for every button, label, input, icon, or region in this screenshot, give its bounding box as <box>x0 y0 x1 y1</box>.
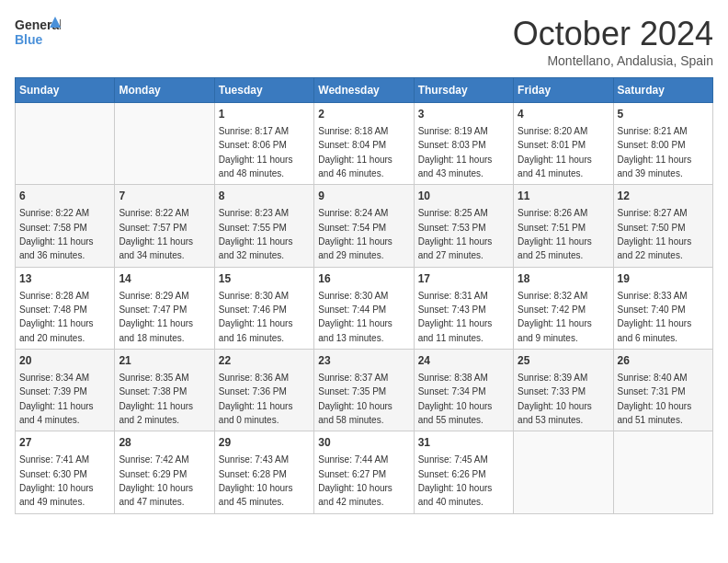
calendar-cell <box>115 103 214 185</box>
day-number: 13 <box>19 271 110 287</box>
day-info: Sunrise: 8:22 AMSunset: 7:58 PMDaylight:… <box>19 208 94 260</box>
calendar-cell: 30Sunrise: 7:44 AMSunset: 6:27 PMDayligh… <box>314 431 414 513</box>
day-number: 21 <box>119 353 210 369</box>
calendar-cell: 24Sunrise: 8:38 AMSunset: 7:34 PMDayligh… <box>414 350 513 431</box>
day-number: 7 <box>119 189 210 204</box>
day-info: Sunrise: 8:19 AMSunset: 8:03 PMDaylight:… <box>418 126 493 178</box>
calendar-cell: 9Sunrise: 8:24 AMSunset: 7:54 PMDaylight… <box>314 185 414 267</box>
calendar-cell <box>16 103 115 185</box>
day-info: Sunrise: 8:32 AMSunset: 7:42 PMDaylight:… <box>518 291 592 343</box>
day-number: 31 <box>418 435 509 451</box>
day-info: Sunrise: 8:33 AMSunset: 7:40 PMDaylight:… <box>618 291 692 343</box>
day-number: 26 <box>618 353 709 369</box>
calendar-cell: 17Sunrise: 8:31 AMSunset: 7:43 PMDayligh… <box>414 267 513 349</box>
calendar-cell: 12Sunrise: 8:27 AMSunset: 7:50 PMDayligh… <box>613 185 712 267</box>
day-info: Sunrise: 8:26 AMSunset: 7:51 PMDaylight:… <box>518 208 592 260</box>
day-info: Sunrise: 8:37 AMSunset: 7:35 PMDaylight:… <box>318 373 392 425</box>
location-subtitle: Montellano, Andalusia, Spain <box>513 53 713 68</box>
day-info: Sunrise: 8:38 AMSunset: 7:34 PMDaylight:… <box>418 373 493 425</box>
day-number: 24 <box>418 353 509 369</box>
weekday-header-friday: Friday <box>514 78 613 103</box>
day-info: Sunrise: 8:29 AMSunset: 7:47 PMDaylight:… <box>119 291 193 343</box>
calendar-cell: 19Sunrise: 8:33 AMSunset: 7:40 PMDayligh… <box>613 267 712 349</box>
weekday-header-thursday: Thursday <box>414 78 513 103</box>
calendar-cell: 23Sunrise: 8:37 AMSunset: 7:35 PMDayligh… <box>314 350 414 431</box>
day-info: Sunrise: 8:21 AMSunset: 8:00 PMDaylight:… <box>618 126 692 178</box>
calendar-cell: 11Sunrise: 8:26 AMSunset: 7:51 PMDayligh… <box>514 185 613 267</box>
day-info: Sunrise: 8:20 AMSunset: 8:01 PMDaylight:… <box>518 126 592 178</box>
day-info: Sunrise: 8:40 AMSunset: 7:31 PMDaylight:… <box>618 373 692 425</box>
weekday-header-saturday: Saturday <box>613 78 712 103</box>
day-info: Sunrise: 8:17 AMSunset: 8:06 PMDaylight:… <box>219 126 293 178</box>
calendar-cell: 14Sunrise: 8:29 AMSunset: 7:47 PMDayligh… <box>115 267 214 349</box>
day-number: 9 <box>318 189 409 204</box>
svg-text:Blue: Blue <box>15 32 43 47</box>
calendar-cell: 2Sunrise: 8:18 AMSunset: 8:04 PMDaylight… <box>314 103 414 185</box>
day-number: 17 <box>418 271 509 287</box>
calendar-cell: 7Sunrise: 8:22 AMSunset: 7:57 PMDaylight… <box>115 185 214 267</box>
day-info: Sunrise: 7:43 AMSunset: 6:28 PMDaylight:… <box>219 454 293 507</box>
logo: General Blue <box>15 15 61 52</box>
week-row-2: 6Sunrise: 8:22 AMSunset: 7:58 PMDaylight… <box>16 185 713 267</box>
logo-svg: General Blue <box>15 15 61 52</box>
day-info: Sunrise: 7:42 AMSunset: 6:29 PMDaylight:… <box>119 454 193 507</box>
calendar-cell: 18Sunrise: 8:32 AMSunset: 7:42 PMDayligh… <box>514 267 613 349</box>
day-number: 4 <box>518 107 609 122</box>
day-number: 19 <box>618 271 709 287</box>
week-row-5: 27Sunrise: 7:41 AMSunset: 6:30 PMDayligh… <box>16 431 713 513</box>
weekday-header-wednesday: Wednesday <box>314 78 414 103</box>
day-info: Sunrise: 7:41 AMSunset: 6:30 PMDaylight:… <box>19 454 94 507</box>
day-info: Sunrise: 7:44 AMSunset: 6:27 PMDaylight:… <box>318 454 392 507</box>
day-number: 22 <box>219 353 310 369</box>
weekday-header-tuesday: Tuesday <box>214 78 313 103</box>
day-number: 25 <box>518 353 609 369</box>
day-number: 11 <box>518 189 609 204</box>
day-number: 6 <box>19 189 110 204</box>
day-number: 10 <box>418 189 509 204</box>
calendar-cell: 8Sunrise: 8:23 AMSunset: 7:55 PMDaylight… <box>214 185 313 267</box>
day-number: 15 <box>219 271 310 287</box>
calendar-cell: 10Sunrise: 8:25 AMSunset: 7:53 PMDayligh… <box>414 185 513 267</box>
day-number: 16 <box>318 271 409 287</box>
day-number: 1 <box>219 107 310 122</box>
day-number: 14 <box>119 271 210 287</box>
calendar-cell: 5Sunrise: 8:21 AMSunset: 8:00 PMDaylight… <box>613 103 712 185</box>
day-number: 8 <box>219 189 310 204</box>
day-info: Sunrise: 7:45 AMSunset: 6:26 PMDaylight:… <box>418 454 493 507</box>
day-info: Sunrise: 8:28 AMSunset: 7:48 PMDaylight:… <box>19 291 94 343</box>
calendar-header: SundayMondayTuesdayWednesdayThursdayFrid… <box>16 78 713 103</box>
day-info: Sunrise: 8:30 AMSunset: 7:44 PMDaylight:… <box>318 291 392 343</box>
day-number: 30 <box>318 435 409 451</box>
day-info: Sunrise: 8:23 AMSunset: 7:55 PMDaylight:… <box>219 208 293 260</box>
calendar-cell: 13Sunrise: 8:28 AMSunset: 7:48 PMDayligh… <box>16 267 115 349</box>
day-number: 12 <box>618 189 709 204</box>
day-number: 27 <box>19 435 110 451</box>
day-info: Sunrise: 8:18 AMSunset: 8:04 PMDaylight:… <box>318 126 392 178</box>
month-title: October 2024 <box>513 15 713 53</box>
day-info: Sunrise: 8:35 AMSunset: 7:38 PMDaylight:… <box>119 373 193 425</box>
calendar-cell: 22Sunrise: 8:36 AMSunset: 7:36 PMDayligh… <box>214 350 313 431</box>
day-number: 28 <box>119 435 210 451</box>
day-info: Sunrise: 8:22 AMSunset: 7:57 PMDaylight:… <box>119 208 193 260</box>
calendar-cell: 25Sunrise: 8:39 AMSunset: 7:33 PMDayligh… <box>514 350 613 431</box>
day-info: Sunrise: 8:27 AMSunset: 7:50 PMDaylight:… <box>618 208 692 260</box>
day-number: 20 <box>19 353 110 369</box>
calendar-cell: 16Sunrise: 8:30 AMSunset: 7:44 PMDayligh… <box>314 267 414 349</box>
page-header: General Blue October 2024 Montellano, An… <box>15 15 713 68</box>
calendar-cell: 15Sunrise: 8:30 AMSunset: 7:46 PMDayligh… <box>214 267 313 349</box>
day-info: Sunrise: 8:36 AMSunset: 7:36 PMDaylight:… <box>219 373 293 425</box>
day-info: Sunrise: 8:31 AMSunset: 7:43 PMDaylight:… <box>418 291 493 343</box>
day-number: 2 <box>318 107 409 122</box>
weekday-header-sunday: Sunday <box>16 78 115 103</box>
calendar-cell: 29Sunrise: 7:43 AMSunset: 6:28 PMDayligh… <box>214 431 313 513</box>
calendar-cell: 6Sunrise: 8:22 AMSunset: 7:58 PMDaylight… <box>16 185 115 267</box>
day-number: 29 <box>219 435 310 451</box>
calendar-cell: 20Sunrise: 8:34 AMSunset: 7:39 PMDayligh… <box>16 350 115 431</box>
calendar-cell: 26Sunrise: 8:40 AMSunset: 7:31 PMDayligh… <box>613 350 712 431</box>
day-info: Sunrise: 8:39 AMSunset: 7:33 PMDaylight:… <box>518 373 592 425</box>
weekday-header-monday: Monday <box>115 78 214 103</box>
day-number: 23 <box>318 353 409 369</box>
day-info: Sunrise: 8:34 AMSunset: 7:39 PMDaylight:… <box>19 373 94 425</box>
week-row-3: 13Sunrise: 8:28 AMSunset: 7:48 PMDayligh… <box>16 267 713 349</box>
day-info: Sunrise: 8:24 AMSunset: 7:54 PMDaylight:… <box>318 208 392 260</box>
